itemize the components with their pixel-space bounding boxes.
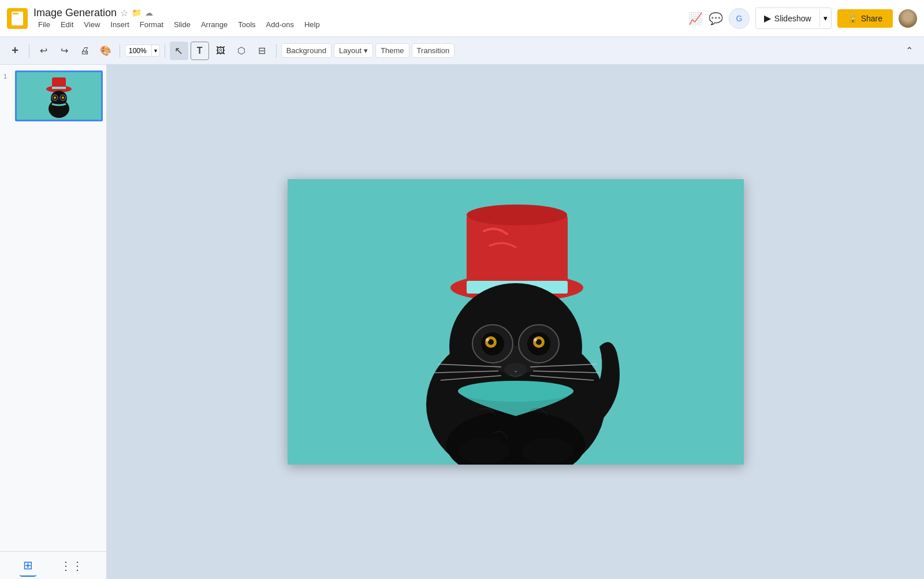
- comment-icon[interactable]: 💬: [709, 12, 723, 25]
- star-icon[interactable]: ☆: [120, 8, 128, 18]
- svg-point-42: [521, 438, 573, 463]
- google-accounts-icon[interactable]: G: [729, 8, 750, 29]
- layout-label: Layout: [339, 46, 362, 55]
- thumb-cat-svg: [21, 73, 96, 119]
- shape-button[interactable]: ⬡: [232, 42, 251, 60]
- menu-tools[interactable]: Tools: [233, 19, 260, 30]
- zoom-dropdown[interactable]: ▾: [151, 45, 159, 56]
- slideshow-button-group: ▶ Slideshow ▾: [755, 8, 832, 29]
- menu-bar: File Edit View Insert Format Slide Arran…: [33, 19, 325, 30]
- user-avatar[interactable]: [899, 9, 917, 28]
- app-logo-inner: [12, 12, 23, 25]
- text-box-button[interactable]: T: [191, 42, 209, 60]
- transition-label: Transition: [417, 46, 450, 55]
- add-slide-button[interactable]: +: [6, 42, 24, 60]
- main-area: 1: [0, 65, 924, 579]
- background-button[interactable]: Background: [281, 43, 331, 58]
- menu-file[interactable]: File: [33, 19, 55, 30]
- menu-addons[interactable]: Add-ons: [262, 19, 299, 30]
- separator-2: [120, 44, 120, 58]
- slide-panel: 1: [0, 65, 107, 579]
- separator-1: [29, 44, 29, 58]
- toolbar: + ↩ ↪ 🖨 🎨 100% ▾ ↖ T 🖼 ⬡ ⊟ Background La…: [0, 37, 924, 65]
- svg-point-26: [486, 338, 489, 342]
- layout-arrow: ▾: [364, 46, 368, 55]
- separator-4: [276, 44, 277, 58]
- slide-number: 1: [3, 73, 7, 80]
- collapse-toolbar-button[interactable]: ⌃: [900, 42, 918, 60]
- list-view-button[interactable]: ⋮⋮: [57, 555, 87, 576]
- theme-button[interactable]: Theme: [375, 43, 409, 58]
- cat-illustration-svg: [288, 179, 744, 465]
- menu-help[interactable]: Help: [300, 19, 325, 30]
- svg-point-11: [62, 96, 64, 99]
- svg-point-16: [467, 205, 567, 225]
- topbar-right: 📈 💬 G ▶ Slideshow ▾ 🔒 Share: [688, 8, 917, 29]
- svg-point-31: [534, 338, 537, 342]
- app-logo: [7, 8, 28, 29]
- canvas-area: [107, 65, 924, 579]
- grid-view-button[interactable]: ⊞: [20, 555, 36, 577]
- cat-illustration-container: [288, 179, 744, 465]
- svg-text:G: G: [736, 14, 742, 23]
- layout-button[interactable]: Layout ▾: [334, 43, 373, 58]
- trending-icon[interactable]: 📈: [688, 12, 703, 25]
- document-title: Image Generation ☆ 📁 ☁: [33, 7, 325, 19]
- share-label: Share: [861, 14, 882, 23]
- paint-format-button[interactable]: 🎨: [96, 42, 115, 60]
- select-cursor-button[interactable]: ↖: [170, 42, 188, 60]
- svg-rect-5: [52, 87, 66, 89]
- svg-point-10: [54, 96, 56, 99]
- slideshow-label: Slideshow: [774, 14, 811, 23]
- zoom-control: 100% ▾: [125, 44, 160, 57]
- play-icon: ▶: [764, 13, 771, 24]
- top-bar: Image Generation ☆ 📁 ☁ File Edit View In…: [0, 0, 924, 37]
- line-button[interactable]: ⊟: [253, 42, 271, 60]
- slideshow-dropdown[interactable]: ▾: [819, 9, 831, 27]
- background-label: Background: [286, 46, 326, 55]
- menu-edit[interactable]: Edit: [56, 19, 78, 30]
- menu-slide[interactable]: Slide: [169, 19, 195, 30]
- cloud-icon[interactable]: ☁: [145, 8, 153, 17]
- print-button[interactable]: 🖨: [76, 42, 94, 60]
- slide-thumbnail[interactable]: [15, 70, 103, 121]
- menu-insert[interactable]: Insert: [106, 19, 134, 30]
- title-icons: ☆ 📁 ☁: [120, 8, 153, 18]
- svg-point-41: [458, 438, 510, 463]
- bottom-bar: ⊞ ⋮⋮: [0, 551, 107, 579]
- user-avatar-image: [899, 9, 917, 28]
- svg-point-32: [504, 363, 527, 377]
- folder-icon[interactable]: 📁: [132, 8, 141, 17]
- undo-button[interactable]: ↩: [34, 42, 53, 60]
- slide-canvas[interactable]: [288, 179, 744, 465]
- lock-icon: 🔒: [848, 14, 858, 23]
- menu-view[interactable]: View: [79, 19, 105, 30]
- menu-format[interactable]: Format: [135, 19, 168, 30]
- svg-point-40: [458, 381, 573, 402]
- slideshow-button[interactable]: ▶ Slideshow: [756, 8, 819, 28]
- theme-label: Theme: [381, 46, 404, 55]
- zoom-value: 100%: [125, 46, 150, 56]
- menu-arrange[interactable]: Arrange: [196, 19, 232, 30]
- share-button[interactable]: 🔒 Share: [837, 9, 893, 28]
- title-area: Image Generation ☆ 📁 ☁ File Edit View In…: [33, 7, 325, 30]
- transition-button[interactable]: Transition: [412, 43, 455, 58]
- redo-button[interactable]: ↪: [55, 42, 73, 60]
- separator-3: [165, 44, 165, 58]
- image-button[interactable]: 🖼: [211, 42, 230, 60]
- doc-title-text: Image Generation: [33, 7, 117, 19]
